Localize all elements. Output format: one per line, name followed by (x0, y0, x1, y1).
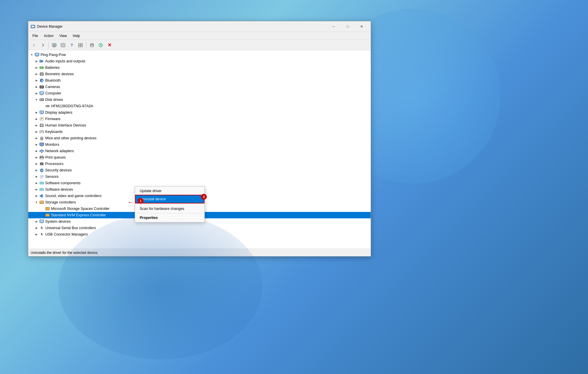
tree-security[interactable]: ▶ ✓ Security devices (28, 167, 371, 173)
expand-print[interactable]: ▶ (34, 155, 39, 160)
tree-mice[interactable]: ▶ Mice and other pointing devices (28, 135, 371, 141)
tree-root[interactable]: ▼ Ping-Pang-Pow (28, 52, 371, 58)
mice-label: Mice and other pointing devices (45, 136, 97, 140)
ctx-properties[interactable]: Properties (135, 214, 204, 222)
svg-rect-83 (43, 150, 44, 152)
tree-network[interactable]: ▶ Network adapters (28, 148, 371, 154)
tree-hfm-disk[interactable]: HFM128GDGTNG-87A0A (28, 103, 371, 109)
toolbar-separator-1 (48, 42, 49, 48)
expand-root[interactable]: ▼ (29, 52, 34, 57)
expand-bluetooth[interactable]: ▶ (34, 78, 39, 83)
expand-usb-conn[interactable]: ▶ (34, 232, 39, 237)
expand-sensors[interactable]: ▶ (34, 174, 39, 179)
menu-help[interactable]: Help (70, 33, 83, 39)
tree-sensors[interactable]: ▶ Sensors (28, 173, 371, 180)
expand-storage[interactable]: ▼ (34, 200, 39, 205)
expand-software-comp[interactable]: ▶ (34, 181, 39, 185)
ms-storage-icon (45, 206, 50, 211)
svg-rect-19 (91, 45, 93, 47)
print-button[interactable] (88, 41, 96, 49)
sound-icon (39, 194, 44, 198)
svg-line-86 (42, 150, 43, 151)
tree-firmware[interactable]: ▶ Firmware (28, 116, 371, 122)
view-computer-button[interactable] (50, 41, 58, 49)
battery-icon (39, 65, 44, 70)
expand-batteries[interactable]: ▶ (34, 65, 39, 70)
menu-file[interactable]: File (29, 33, 41, 39)
tree-software-comp[interactable]: ▶ Software components (28, 180, 371, 186)
expand-system[interactable]: ▶ (34, 219, 39, 224)
back-button[interactable] (30, 41, 38, 49)
expand-display[interactable]: ▶ (34, 110, 39, 115)
scan-button[interactable] (97, 41, 105, 49)
help-button[interactable]: ? (68, 41, 76, 49)
expand-processors[interactable]: ▶ (34, 161, 39, 166)
svg-rect-80 (40, 146, 43, 147)
expand-cameras[interactable]: ▶ (34, 85, 39, 89)
svg-text:✓: ✓ (41, 169, 43, 171)
usb-icon (39, 226, 44, 230)
tree-processors[interactable]: ▶ Processors (28, 161, 371, 167)
security-label: Security devices (45, 168, 72, 172)
audio-icon (39, 59, 44, 64)
tree-display[interactable]: ▶ Display adapters (28, 109, 371, 116)
tree-usb[interactable]: ▶ Universal Serial Bus controllers (28, 225, 371, 231)
svg-rect-115 (40, 201, 43, 202)
expand-keyboards[interactable]: ▶ (34, 129, 39, 134)
tree-disk-drives[interactable]: ▼ Disk drives (28, 96, 371, 103)
menu-view[interactable]: View (57, 33, 70, 39)
expand-sound[interactable]: ▶ (34, 194, 39, 198)
expand-biometric[interactable]: ▶ (34, 72, 39, 76)
menu-action[interactable]: Action (41, 33, 56, 39)
expand-firmware[interactable]: ▶ (34, 117, 39, 121)
tree-usb-conn[interactable]: ▶ USB Connector Managers (28, 231, 371, 238)
svg-rect-109 (40, 189, 43, 190)
svg-rect-13 (78, 43, 80, 45)
expand-mice[interactable]: ▶ (34, 136, 39, 141)
tree-batteries[interactable]: ▶ Batteries (28, 64, 371, 71)
root-label: Ping-Pang-Pow (41, 53, 66, 57)
tree-monitors[interactable]: ▶ Monitors (28, 141, 371, 148)
expand-network[interactable]: ▶ (34, 149, 39, 153)
computer-tree-icon (39, 91, 44, 96)
expand-software-dev[interactable]: ▶ (34, 187, 39, 192)
close-button[interactable]: ✕ (355, 22, 368, 31)
view-details-button[interactable] (59, 41, 67, 49)
svg-rect-43 (41, 94, 43, 95)
view-grid-button[interactable] (76, 41, 85, 49)
forward-button[interactable] (39, 41, 47, 49)
expand-disk-drives[interactable]: ▼ (34, 97, 39, 102)
ctx-scan[interactable]: Scan for hardware changes (135, 205, 204, 213)
context-menu: Update driver Uninstall device 2 Scan fo… (135, 186, 205, 222)
delete-button[interactable]: ✕ (105, 41, 113, 49)
tree-audio[interactable]: ▶ Audio inputs and outputs (28, 58, 371, 64)
tree-biometric[interactable]: ▶ Biometric devices (28, 71, 371, 77)
usb-conn-label: USB Connector Managers (45, 232, 88, 236)
svg-rect-120 (46, 208, 49, 209)
maximize-button[interactable]: □ (341, 22, 354, 31)
svg-rect-2 (32, 28, 33, 28)
tree-computer[interactable]: ▶ Computer (28, 90, 371, 96)
expand-usb[interactable]: ▶ (34, 226, 39, 230)
svg-rect-15 (78, 45, 80, 47)
svg-rect-79 (41, 146, 43, 146)
ctx-uninstall-device[interactable]: Uninstall device 2 (135, 195, 204, 203)
minimize-button[interactable]: ─ (327, 22, 340, 31)
tree-bluetooth[interactable]: ▶ Ƀ Bluetooth (28, 77, 371, 84)
expand-monitors[interactable]: ▶ (34, 142, 39, 147)
expand-audio[interactable]: ▶ (34, 59, 39, 64)
tree-cameras[interactable]: ▶ Cameras (28, 84, 371, 90)
expand-computer[interactable]: ▶ (34, 91, 39, 96)
svg-rect-68 (43, 131, 43, 132)
svg-rect-54 (41, 114, 43, 114)
software-comp-label: Software components (45, 181, 80, 185)
expand-hid[interactable]: ▶ (34, 123, 39, 128)
tree-hid[interactable]: ▶ Human Interface Devices (28, 122, 371, 129)
svg-rect-40 (41, 85, 43, 86)
tree-print[interactable]: ▶ Print queues (28, 154, 371, 161)
ctx-update-driver[interactable]: Update driver (135, 187, 204, 195)
tree-keyboards[interactable]: ▶ Keyboards (28, 129, 371, 135)
expand-security[interactable]: ▶ (34, 168, 39, 173)
usb-label: Universal Serial Bus controllers (45, 226, 96, 230)
svg-point-103 (41, 176, 42, 177)
